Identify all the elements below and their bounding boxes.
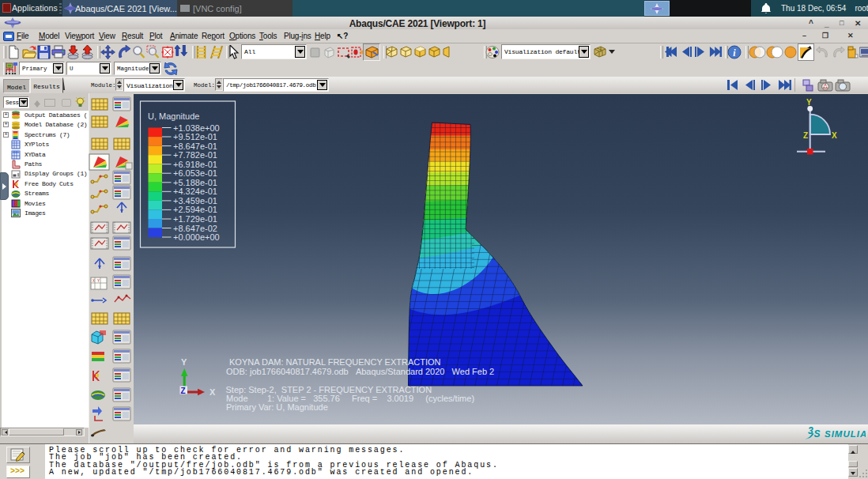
svg-text:+4.324e-01: +4.324e-01	[173, 187, 217, 196]
svg-text:X: X	[209, 387, 216, 397]
svg-text:S: S	[814, 428, 821, 439]
svg-text:Primary Var: U, Magnitude: Primary Var: U, Magnitude	[226, 402, 328, 412]
svg-text:+8.647e-02: +8.647e-02	[173, 224, 217, 233]
svg-text:Z: Z	[803, 131, 808, 140]
svg-text:SIMULIA: SIMULIA	[825, 429, 866, 439]
svg-text:+6.918e-01: +6.918e-01	[173, 160, 217, 169]
svg-text:Y: Y	[806, 98, 812, 107]
svg-text:U, Magnitude: U, Magnitude	[148, 111, 199, 121]
svg-text:+5.188e-01: +5.188e-01	[173, 178, 217, 187]
svg-text:+1.729e-01: +1.729e-01	[173, 214, 217, 224]
svg-text:+2.594e-01: +2.594e-01	[173, 205, 217, 214]
svg-text:+9.512e-01: +9.512e-01	[173, 132, 217, 141]
svg-text:+0.000e+00: +0.000e+00	[173, 232, 220, 242]
svg-text:X: X	[832, 131, 837, 140]
svg-text:Z: Z	[181, 387, 186, 395]
svg-text:+3.459e-01: +3.459e-01	[173, 196, 217, 206]
svg-text:Mode 1: Value = 355.7: Mode 1: Value = 355.76 Freq = 3.0019 (cy…	[226, 394, 474, 403]
svg-text:Y: Y	[181, 357, 187, 367]
svg-text:+7.782e-01: +7.782e-01	[173, 150, 217, 160]
svg-text:+1.038e+00: +1.038e+00	[173, 123, 220, 133]
svg-text:+8.647e-01: +8.647e-01	[173, 141, 217, 151]
svg-text:KOYNA DAM: NATURAL FREQUENCY E: KOYNA DAM: NATURAL FREQUENCY EXTRACTION	[229, 357, 441, 367]
svg-text:+6.053e-01: +6.053e-01	[173, 168, 217, 178]
svg-text:ODB: job1766040817.4679.odb: ODB: job1766040817.4679.odb Abaqus/Stand…	[226, 367, 494, 376]
